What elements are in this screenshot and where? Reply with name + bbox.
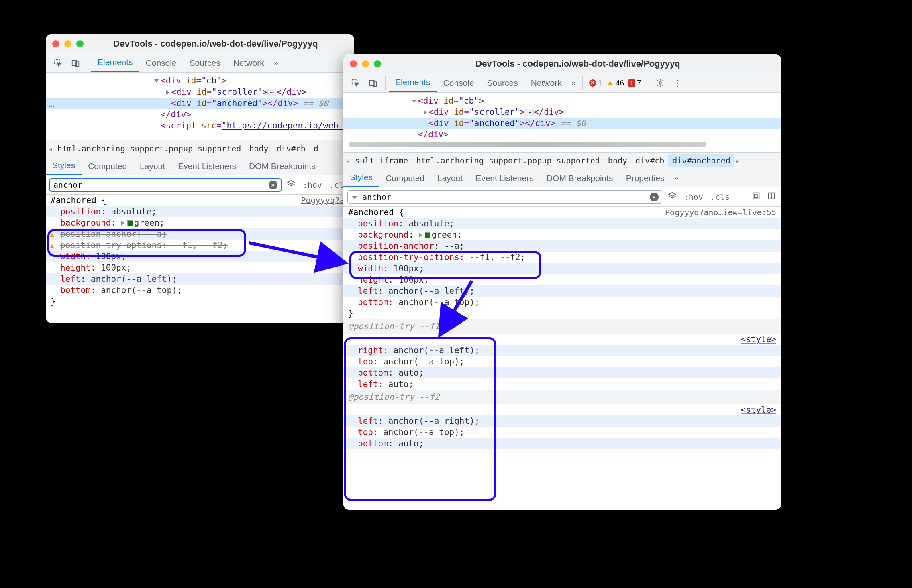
css-prop[interactable]: background: green; [46, 217, 354, 228]
inspect-icon[interactable] [51, 56, 65, 70]
tab-event-listeners[interactable]: Event Listeners [469, 169, 540, 187]
tab-elements[interactable]: Elements [91, 53, 139, 72]
dom-node-selected[interactable]: <div id="anchored"></div> == $0 [343, 118, 781, 129]
css-prop[interactable]: bottom: anchor(--a top); [46, 285, 354, 296]
dom-node[interactable]: <div id="scroller">⋯</div> [46, 86, 354, 98]
clear-icon[interactable]: ✕ [650, 193, 659, 201]
chevron-left-icon[interactable]: ◂ [47, 144, 53, 153]
bc-body[interactable]: body [604, 154, 631, 167]
css-prop[interactable]: left: anchor(--a left); [343, 285, 781, 297]
device-toggle-icon[interactable] [366, 76, 380, 90]
dom-node[interactable]: <div id="cb"> [46, 75, 354, 86]
cls-button[interactable]: .cls [709, 192, 731, 202]
css-prop[interactable]: left: anchor(--a right); [343, 415, 781, 427]
source-link[interactable]: Pogyyyq?an [301, 195, 349, 205]
bc-cb[interactable]: div#cb [631, 154, 668, 167]
dom-tree[interactable]: <div id="cb"> <div id="scroller">⋯</div>… [343, 93, 781, 152]
css-prop[interactable]: bottom: anchor(--a top); [343, 297, 781, 308]
more-tabs-icon[interactable]: » [271, 58, 282, 67]
layers-icon[interactable] [285, 179, 297, 190]
more-tabs-icon[interactable]: » [671, 173, 681, 183]
tab-network[interactable]: Network [227, 53, 271, 72]
tab-layout[interactable]: Layout [133, 157, 171, 175]
at-rule-header[interactable]: @position-try --f2 [343, 390, 781, 404]
tab-elements[interactable]: Elements [389, 73, 437, 92]
css-prop[interactable]: bottom: auto; [343, 367, 781, 378]
filter-input[interactable]: ⏷ anchor ✕ [347, 190, 662, 204]
css-prop[interactable]: position-try-options: --f1, --f2; [343, 252, 781, 263]
filter-input[interactable]: anchor ✕ [50, 178, 281, 192]
dom-node[interactable]: </div> [343, 129, 781, 140]
hov-button[interactable]: :hov [301, 180, 324, 190]
tab-console[interactable]: Console [139, 53, 183, 72]
computed-toggle-icon[interactable] [751, 192, 762, 202]
device-toggle-icon[interactable] [68, 56, 83, 70]
bc-anchored[interactable]: div#anchored [668, 154, 734, 167]
dom-tree[interactable]: ⋯ <div id="cb"> <div id="scroller">⋯</di… [46, 73, 354, 140]
css-prop[interactable]: top: anchor(--a top); [343, 427, 781, 438]
chevron-right-icon[interactable]: ▸ [734, 157, 741, 165]
bc-html[interactable]: html.anchoring-support.popup-supported [53, 142, 245, 155]
dom-node[interactable]: <div id="cb"> [343, 95, 781, 106]
bc-html[interactable]: html.anchoring-support.popup-supported [412, 154, 604, 167]
bc-body[interactable]: body [245, 142, 272, 155]
tab-network[interactable]: Network [524, 73, 568, 92]
css-prop[interactable]: position: absolute; [46, 206, 354, 217]
bc-cb[interactable]: div#cb [273, 142, 310, 155]
tab-styles[interactable]: Styles [46, 157, 82, 175]
css-prop[interactable]: height: 100px; [46, 262, 354, 273]
css-prop[interactable]: left: auto; [343, 378, 781, 390]
tab-dom-breakpoints[interactable]: DOM Breakpoints [243, 157, 322, 175]
css-prop[interactable]: width: 100px; [46, 251, 354, 262]
dom-node-selected[interactable]: <div id="anchored"></div> == $0 [46, 98, 354, 109]
css-prop[interactable]: position-anchor: --a; [343, 240, 781, 252]
maximize-icon[interactable] [76, 40, 84, 47]
at-rule-header[interactable]: @position-try --f1 [343, 319, 781, 334]
rule-selector[interactable]: #anchored { Pogyyyq?ano…iew=live:55 [343, 207, 781, 218]
more-tabs-icon[interactable]: » [568, 78, 579, 87]
css-prop[interactable]: background: green; [343, 229, 781, 240]
dom-node[interactable]: </div> [46, 109, 354, 120]
layers-icon[interactable] [666, 191, 678, 202]
inspect-icon[interactable] [348, 76, 363, 90]
bc-more[interactable]: d [310, 142, 322, 155]
tab-sources[interactable]: Sources [183, 53, 227, 72]
tab-console[interactable]: Console [437, 73, 481, 92]
css-prop[interactable]: position: absolute; [343, 218, 781, 229]
source-link[interactable]: Pogyyyq?ano…iew=live:55 [665, 208, 776, 217]
scrollbar[interactable] [349, 142, 706, 147]
settings-icon[interactable] [653, 76, 667, 90]
tab-layout[interactable]: Layout [431, 169, 469, 187]
minimize-icon[interactable] [64, 40, 71, 47]
tab-computed[interactable]: Computed [379, 169, 431, 187]
tab-properties[interactable]: Properties [620, 169, 671, 187]
minimize-icon[interactable] [362, 60, 369, 67]
css-prop[interactable]: bottom: auto; [343, 438, 781, 449]
kebab-icon[interactable]: ⋮ [671, 76, 685, 90]
tab-computed[interactable]: Computed [82, 157, 133, 175]
source-link[interactable]: <style> [343, 404, 781, 415]
css-prop[interactable]: left: anchor(--a left); [46, 273, 354, 285]
clear-icon[interactable]: ✕ [269, 181, 277, 189]
tab-event-listeners[interactable]: Event Listeners [171, 157, 243, 175]
css-prop[interactable]: right: anchor(--a left); [343, 345, 781, 356]
tab-styles[interactable]: Styles [343, 169, 379, 187]
bc-iframe[interactable]: sult-iframe [351, 154, 412, 167]
css-prop-invalid[interactable]: ▲position-anchor: --a; [46, 228, 354, 240]
dom-node[interactable]: <div id="scroller">⋯</div> [343, 106, 781, 118]
css-prop[interactable]: width: 100px; [343, 263, 781, 274]
css-prop[interactable]: top: anchor(--a top); [343, 356, 781, 367]
close-icon[interactable] [52, 40, 59, 47]
chevron-left-icon[interactable]: ◂ [345, 157, 351, 165]
error-counts[interactable]: ✕1 ▲46 !7 [589, 78, 641, 87]
css-prop-invalid[interactable]: ▲position-try-options: --f1, --f2; [46, 240, 354, 251]
tab-dom-breakpoints[interactable]: DOM Breakpoints [540, 169, 620, 187]
css-prop[interactable]: height: 100px; [343, 274, 781, 285]
close-icon[interactable] [350, 60, 357, 67]
rule-selector[interactable]: #anchored { Pogyyyq?an [46, 195, 354, 206]
hov-button[interactable]: :hov [682, 192, 705, 202]
dom-node[interactable]: <script src="https://codepen.io/web-dot-… [46, 120, 354, 131]
tab-sources[interactable]: Sources [481, 73, 524, 92]
source-link[interactable]: <style> [343, 334, 781, 345]
rendering-icon[interactable] [766, 192, 777, 202]
